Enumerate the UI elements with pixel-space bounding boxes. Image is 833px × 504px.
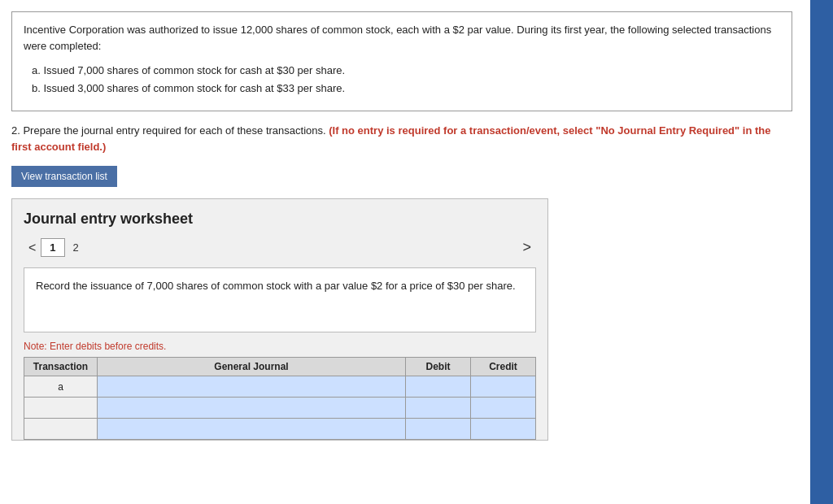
credit-cell-3[interactable] [471,419,536,440]
question-prefix: 2. Prepare the journal entry required fo… [11,124,329,137]
right-panel [810,0,833,504]
intro-paragraph: Incentive Corporation was authorized to … [24,22,780,54]
debit-input-3[interactable] [406,419,470,439]
credit-input-3[interactable] [471,419,535,439]
main-content: Incentive Corporation was authorized to … [0,0,810,504]
credit-cell-2[interactable] [471,398,536,419]
intro-item-a: a. Issued 7,000 shares of common stock f… [24,62,780,80]
credit-input-1[interactable] [471,376,535,397]
col-header-debit: Debit [406,358,471,376]
page-wrapper: Incentive Corporation was authorized to … [0,0,833,504]
transaction-cell-empty-1 [24,398,98,419]
debit-input-1[interactable] [406,376,470,397]
col-header-credit: Credit [471,358,536,376]
journal-table: Transaction General Journal Debit Credit… [24,357,536,440]
instruction-text: Record the issuance of 7,000 shares of c… [36,280,516,292]
credit-cell-1[interactable] [471,376,536,398]
table-row [24,419,536,440]
table-body: a [24,376,536,440]
intro-box: Incentive Corporation was authorized to … [11,11,792,111]
general-journal-input-1[interactable] [98,376,405,397]
general-journal-input-2[interactable] [98,398,405,418]
note-text: Note: Enter debits before credits. [24,341,536,352]
debit-cell-1[interactable] [406,376,471,398]
general-journal-input-3[interactable] [98,419,405,439]
general-journal-cell-3[interactable] [98,419,406,440]
credit-input-2[interactable] [471,398,535,418]
question-text: 2. Prepare the journal entry required fo… [11,123,792,154]
debit-input-2[interactable] [406,398,470,418]
table-row [24,398,536,419]
next-tab-arrow[interactable]: > [517,237,536,258]
view-transactions-button[interactable]: View transaction list [11,166,117,187]
table-header-row: Transaction General Journal Debit Credit [24,358,536,376]
worksheet-title: Journal entry worksheet [24,211,536,228]
worksheet-container: Journal entry worksheet < 1 2 > Record t… [11,198,548,441]
tab-1[interactable]: 1 [41,238,64,257]
general-journal-cell-2[interactable] [98,398,406,419]
intro-item-b: b. Issued 3,000 shares of common stock f… [24,80,780,98]
col-header-general-journal: General Journal [98,358,406,376]
prev-tab-arrow[interactable]: < [24,239,41,257]
transaction-cell-empty-2 [24,419,98,440]
intro-items: a. Issued 7,000 shares of common stock f… [24,62,780,98]
table-row: a [24,376,536,398]
tab-2[interactable]: 2 [65,239,87,256]
debit-cell-2[interactable] [406,398,471,419]
instruction-box: Record the issuance of 7,000 shares of c… [24,267,536,332]
tab-row: < 1 2 > [24,237,536,258]
debit-cell-3[interactable] [406,419,471,440]
col-header-transaction: Transaction [24,358,98,376]
general-journal-cell-1[interactable] [98,376,406,398]
transaction-cell-a: a [24,376,98,398]
